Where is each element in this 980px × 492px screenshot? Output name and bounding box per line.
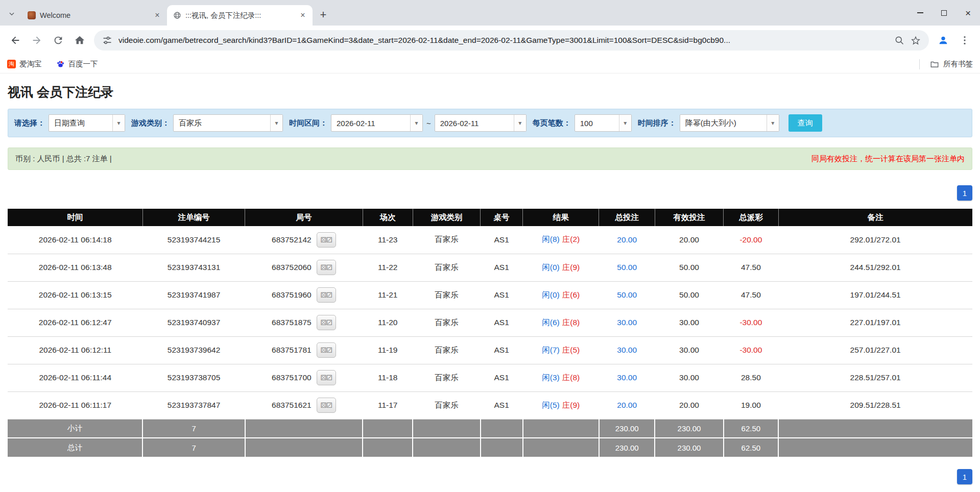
cell-valid-bet: 30.00 <box>655 364 723 391</box>
round-number: 683751781 <box>272 346 312 355</box>
game-result-dice-button[interactable]: ⚄⚂ <box>317 342 336 358</box>
site-settings-icon[interactable] <box>102 35 112 45</box>
empty-cell <box>523 419 599 438</box>
cell-note: 228.51/257.01 <box>778 364 972 391</box>
tab-betrecord[interactable]: :::视讯, 会员下注纪录::: × <box>167 5 313 26</box>
col-round: 局号 <box>245 209 363 226</box>
game-result-dice-button[interactable]: ⚄⚂ <box>317 260 336 275</box>
tab-close-icon[interactable]: × <box>153 11 162 20</box>
tab-close-icon[interactable]: × <box>298 11 307 20</box>
close-window-button[interactable]: × <box>956 0 980 26</box>
dice-icon: ⚄⚂ <box>321 263 332 272</box>
cell-note: 244.51/292.01 <box>778 254 972 281</box>
cell-total-bet: 30.00 <box>599 336 655 364</box>
empty-cell <box>413 419 480 438</box>
query-type-select[interactable]: 日期查询 ▾ <box>49 114 125 132</box>
back-button[interactable] <box>5 30 26 51</box>
pagination-page-1[interactable]: 1 <box>957 185 972 201</box>
per-page-select[interactable]: 100 ▾ <box>575 114 632 132</box>
result-banker: 庄(6) <box>562 290 580 299</box>
cell-time: 2026-02-11 06:11:17 <box>8 391 142 419</box>
cell-payout: 47.50 <box>724 281 779 309</box>
folder-icon <box>930 60 939 69</box>
minimize-button[interactable] <box>908 0 932 26</box>
cell-bet-id: 523193738705 <box>142 364 245 391</box>
profile-avatar[interactable] <box>933 30 953 51</box>
table-row: 2026-02-11 06:11:17 523193737847 6837516… <box>8 391 972 419</box>
cell-table: AS1 <box>481 281 523 309</box>
chevron-down-icon[interactable]: ▾ <box>514 115 526 131</box>
maximize-button[interactable] <box>932 0 956 26</box>
cell-bet-id: 523193744215 <box>142 226 245 254</box>
pagination-page-1[interactable]: 1 <box>957 469 972 484</box>
cell-table: AS1 <box>481 391 523 419</box>
reload-button[interactable] <box>48 30 68 51</box>
cell-payout: -20.00 <box>724 226 779 254</box>
all-bookmarks-button[interactable]: 所有书签 <box>919 59 973 69</box>
tab-search-button[interactable] <box>4 6 19 21</box>
chevron-down-icon[interactable]: ▾ <box>410 115 422 131</box>
col-time: 时间 <box>8 209 142 226</box>
cell-bet-id: 523193740937 <box>142 309 245 336</box>
date-start-picker[interactable]: 2026-02-11 ▾ <box>331 114 423 132</box>
cell-note: 227.01/197.01 <box>778 309 972 336</box>
cell-result: 闲(7)庄(5) <box>523 336 599 364</box>
sort-select[interactable]: 降幂(由大到小) ▾ <box>680 114 779 132</box>
col-bet-id: 注单编号 <box>142 209 245 226</box>
col-game-kind: 游戏类别 <box>413 209 480 226</box>
subtotal-payout: 62.50 <box>724 419 779 438</box>
dice-icon: ⚄⚂ <box>321 236 332 244</box>
empty-cell <box>481 438 523 457</box>
bookmark-taobao[interactable]: 淘 爱淘宝 <box>7 59 42 69</box>
maximize-icon <box>941 10 947 16</box>
game-kind-select[interactable]: 百家乐 ▾ <box>173 114 283 132</box>
dice-icon: ⚄⚂ <box>321 374 332 382</box>
game-result-dice-button[interactable]: ⚄⚂ <box>317 370 336 385</box>
address-bar[interactable]: videoie.com/game/betrecord_search/kind3?… <box>94 30 929 51</box>
forward-arrow-icon <box>31 35 42 46</box>
tab-welcome[interactable]: Welcome × <box>21 5 167 26</box>
empty-cell <box>363 419 413 438</box>
bookmark-star-icon[interactable] <box>911 35 921 45</box>
game-result-dice-button[interactable]: ⚄⚂ <box>317 398 336 413</box>
result-banker: 庄(2) <box>562 235 580 243</box>
chevron-down-icon[interactable]: ▾ <box>270 115 282 131</box>
cell-table: AS1 <box>481 309 523 336</box>
result-player: 闲(8) <box>542 235 559 243</box>
cell-bet-id: 523193741987 <box>142 281 245 309</box>
col-table: 桌号 <box>481 209 523 226</box>
cell-total-bet: 30.00 <box>599 309 655 336</box>
result-banker: 庄(8) <box>562 318 580 327</box>
search-button[interactable]: 查询 <box>788 114 822 132</box>
cell-session: 11-19 <box>363 336 413 364</box>
table-row: 2026-02-11 06:13:48 523193743131 6837520… <box>8 254 972 281</box>
chevron-down-icon[interactable]: ▾ <box>767 115 779 131</box>
cell-round: 683751960 ⚄⚂ <box>245 281 363 309</box>
result-player: 闲(6) <box>542 318 559 327</box>
cell-time: 2026-02-11 06:13:15 <box>8 281 142 309</box>
forward-button[interactable] <box>27 30 47 51</box>
menu-button[interactable] <box>954 30 975 51</box>
page-content: 视讯 会员下注纪录 请选择： 日期查询 ▾ 游戏类别： 百家乐 ▾ 时间区间： … <box>0 84 980 484</box>
result-banker: 庄(5) <box>562 346 580 354</box>
per-page-value: 100 <box>575 115 619 131</box>
bookmarks-bar: 淘 爱淘宝 百度一下 所有书签 <box>0 55 980 73</box>
new-tab-button[interactable]: + <box>316 7 331 22</box>
date-end-picker[interactable]: 2026-02-11 ▾ <box>435 114 527 132</box>
chevron-down-icon[interactable]: ▾ <box>112 115 125 131</box>
round-number: 683752060 <box>272 263 312 272</box>
total-row: 总计 7 230.00 230.00 62.50 <box>8 438 972 457</box>
game-result-dice-button[interactable]: ⚄⚂ <box>317 287 336 303</box>
subtotal-valid-bet: 230.00 <box>655 419 723 438</box>
cell-total-bet: 20.00 <box>599 391 655 419</box>
chevron-down-icon[interactable]: ▾ <box>619 115 631 131</box>
cell-game-kind: 百家乐 <box>413 281 480 309</box>
home-button[interactable] <box>69 30 90 51</box>
subtotal-count: 7 <box>142 419 245 438</box>
cell-table: AS1 <box>481 364 523 391</box>
game-result-dice-button[interactable]: ⚄⚂ <box>317 315 336 330</box>
total-valid-bet: 230.00 <box>655 438 723 457</box>
zoom-icon[interactable] <box>894 35 904 45</box>
bookmark-baidu[interactable]: 百度一下 <box>56 59 98 69</box>
game-result-dice-button[interactable]: ⚄⚂ <box>317 232 336 248</box>
